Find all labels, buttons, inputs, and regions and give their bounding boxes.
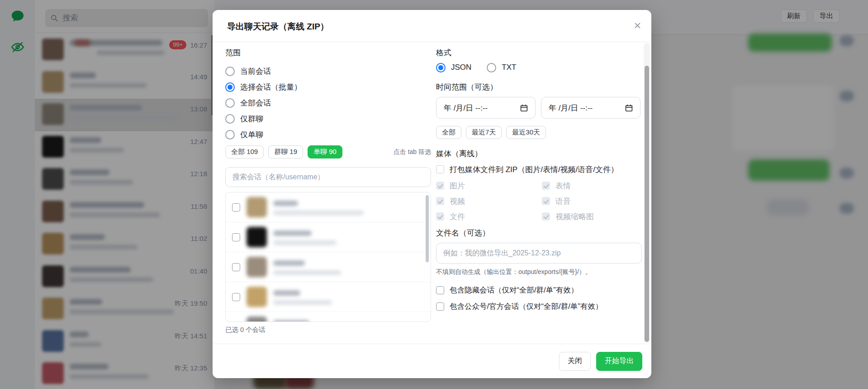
quick-range-all[interactable]: 全部 [436,126,461,139]
avatar [247,227,267,247]
conversation-search-input[interactable] [225,167,431,187]
checkbox-media-thumbnail-disabled: 视频缩略图 [542,211,642,222]
conversation-option[interactable] [226,312,431,322]
radio-select-conversations[interactable]: 选择会话（批量） [225,82,431,92]
filename-label: 文件名（可选） [436,228,642,239]
checkbox-include-official[interactable]: 包含公众号/官方会话（仅对“全部/群/单”有效） [436,301,642,312]
conversation-option[interactable] [226,222,431,252]
filename-input[interactable] [436,243,642,264]
quick-range-7days[interactable]: 最近7天 [466,126,502,139]
checkbox-checked-disabled [436,197,444,205]
checkbox-checked-disabled [542,182,550,190]
close-icon[interactable]: ✕ [633,21,641,30]
end-datetime-input[interactable]: 年 /月/日 --:-- [541,97,640,119]
dialog-header: 导出聊天记录（离线 ZIP） ✕ [213,10,651,42]
checkbox-media-video-disabled: 视频 [436,196,542,207]
avatar [247,197,267,217]
radio-current-conversation[interactable]: 当前会话 [225,66,431,77]
checkbox-pack-media[interactable]: 打包媒体文件到 ZIP（图片/表情/视频/语音/文件） [436,164,642,175]
media-type-grid: 图片 表情 视频 语音 文件 [436,180,642,222]
radio-icon-selected [225,82,235,92]
radio-icon [487,63,496,72]
conversation-option[interactable] [226,282,431,312]
checkbox-checked-disabled [542,197,550,205]
avatar [247,317,267,322]
export-dialog: 导出聊天记录（离线 ZIP） ✕ 范围 当前会话 选择会话（批量） 全部会话 [213,10,651,378]
checkbox-media-file-disabled: 文件 [436,211,542,222]
format-label: 格式 [436,48,642,58]
dialog-title: 导出聊天记录（离线 ZIP） [227,21,329,33]
conversation-option[interactable] [226,192,431,222]
radio-all-conversations[interactable]: 全部会话 [225,97,431,108]
checkbox-media-sticker-disabled: 表情 [542,180,642,191]
tab-singles-active[interactable]: 单聊 90 [308,145,342,158]
selected-count: 已选 0 个会话 [225,326,431,334]
time-range-label: 时间范围（可选） [436,82,642,93]
avatar [247,257,267,277]
scope-column: 范围 当前会话 选择会话（批量） 全部会话 仅群聊 [225,42,431,334]
close-button[interactable]: 关闭 [559,352,591,371]
scope-label: 范围 [225,48,431,58]
avatar [247,287,267,307]
conversation-list-scrollbar[interactable] [426,195,429,262]
start-datetime-input[interactable]: 年 /月/日 --:-- [436,97,536,119]
options-column: 格式 JSON TXT 时间范围（可选） 年 /月/日 --:-- 年 [436,42,642,312]
dialog-footer: 关闭 开始导出 [213,344,651,378]
calendar-icon [625,104,633,112]
start-export-button[interactable]: 开始导出 [596,352,642,371]
radio-groups-only[interactable]: 仅群聊 [225,113,431,124]
checkbox-unchecked [436,165,444,173]
checkbox-unchecked[interactable] [232,263,240,271]
tab-groups[interactable]: 群聊 19 [268,145,303,158]
checkbox-unchecked [436,303,444,311]
checkbox-unchecked[interactable] [232,233,240,241]
radio-icon-selected [436,63,446,72]
checkbox-unchecked[interactable] [232,293,240,301]
conversation-list [225,192,431,322]
checkbox-unchecked[interactable] [232,203,240,211]
checkbox-media-image-disabled: 图片 [436,180,542,191]
checkbox-include-hidden[interactable]: 包含隐藏会话（仅对“全部/群/单”有效） [436,285,642,296]
conversation-option[interactable] [226,252,431,282]
quick-range-30days[interactable]: 最近30天 [506,126,546,139]
tab-hint: 点击 tab 筛选 [394,148,431,156]
calendar-icon [520,104,528,112]
radio-icon [225,67,235,76]
checkbox-media-voice-disabled: 语音 [542,196,642,207]
radio-singles-only[interactable]: 仅单聊 [225,129,431,140]
tab-all[interactable]: 全部 109 [225,145,264,158]
radio-icon [225,130,235,139]
checkbox-checked-disabled [542,212,550,221]
radio-icon [225,98,235,108]
dialog-scrollbar-thumb[interactable] [645,66,649,342]
checkbox-unchecked [436,286,444,294]
radio-format-json[interactable]: JSON [436,62,471,73]
media-label: 媒体（离线） [436,149,642,159]
checkbox-checked-disabled [436,212,444,221]
radio-format-txt[interactable]: TXT [487,62,516,73]
filename-hint: 不填则自动生成（输出位置：output/exports/{账号}/）。 [436,267,642,276]
checkbox-checked-disabled [436,182,444,190]
app-window: 99+16:27 14:49 13:08 12:47 12:18 [0,0,868,389]
radio-icon [225,114,235,124]
